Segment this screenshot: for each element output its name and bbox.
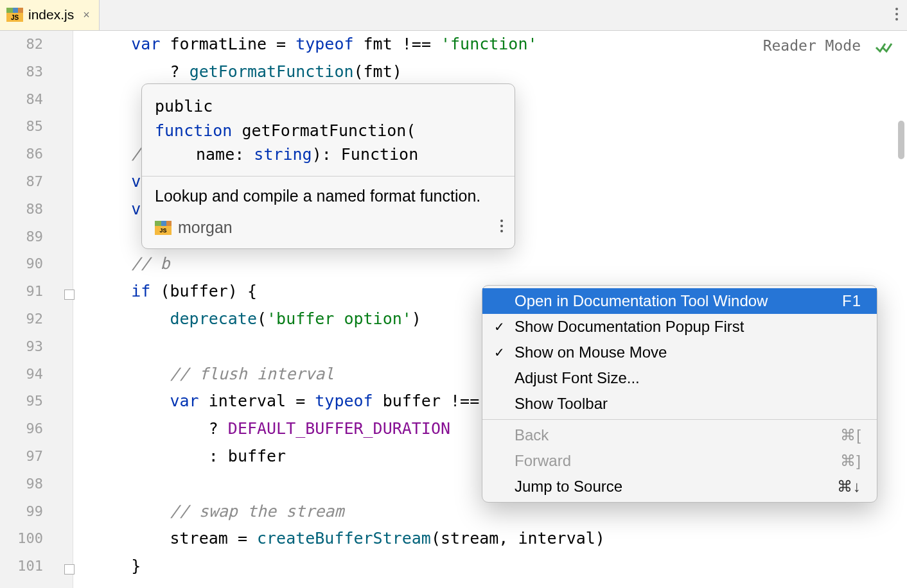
tab-filename: index.js bbox=[28, 7, 74, 22]
close-icon[interactable]: × bbox=[83, 8, 90, 22]
line-number: 98 bbox=[0, 471, 49, 498]
line-number: 96 bbox=[0, 415, 49, 443]
menu-item[interactable]: Adjust Font Size... bbox=[482, 365, 877, 391]
menu-item[interactable]: Jump to Source⌘↓ bbox=[482, 474, 877, 499]
line-number: 87 bbox=[0, 168, 49, 196]
line-number: 95 bbox=[0, 388, 49, 415]
tab-bar: JS index.js × bbox=[0, 0, 907, 31]
menu-item-label: Back bbox=[515, 426, 840, 444]
code-line[interactable]: var interval = typeof buffer !== 'nu bbox=[73, 388, 518, 415]
code-line[interactable]: } bbox=[73, 553, 141, 580]
js-file-icon: JS bbox=[155, 221, 172, 235]
checkmark-icon: ✓ bbox=[494, 319, 515, 334]
menu-item-label: Show Toolbar bbox=[515, 395, 861, 413]
menu-item-shortcut: F1 bbox=[842, 292, 861, 310]
doc-return-type: Function bbox=[341, 145, 418, 164]
code-line[interactable]: if (buffer) { bbox=[73, 278, 257, 306]
line-number: 99 bbox=[0, 498, 49, 526]
context-menu: Open in Documentation Tool WindowF1✓Show… bbox=[482, 285, 877, 503]
code-line[interactable]: ? getFormatFunction(fmt) bbox=[73, 58, 402, 86]
line-number: 82 bbox=[0, 31, 49, 58]
doc-description: Lookup and compile a named format functi… bbox=[142, 177, 515, 215]
code-line[interactable]: stream = createBufferStream(stream, inte… bbox=[73, 525, 605, 553]
menu-item-shortcut: ⌘↓ bbox=[837, 478, 861, 496]
line-number: 94 bbox=[0, 361, 49, 388]
line-number: 91 bbox=[0, 278, 49, 306]
checkmark-icon: ✓ bbox=[494, 345, 515, 360]
doc-signature: public function getFormatFunction( name:… bbox=[142, 84, 515, 176]
menu-item[interactable]: ✓Show on Mouse Move bbox=[482, 340, 877, 365]
line-number: 97 bbox=[0, 443, 49, 471]
menu-item-label: Jump to Source bbox=[515, 478, 837, 496]
menu-item-shortcut: ⌘] bbox=[840, 452, 861, 470]
line-number: 90 bbox=[0, 250, 49, 278]
scrollbar-thumb[interactable] bbox=[898, 121, 904, 159]
line-number: 85 bbox=[0, 113, 49, 141]
line-number: 101 bbox=[0, 553, 49, 580]
code-line[interactable]: ? DEFAULT_BUFFER_DURATION bbox=[73, 415, 450, 443]
menu-item-label: Show Documentation Popup First bbox=[515, 318, 861, 336]
doc-param-type: string bbox=[254, 145, 312, 164]
code-line[interactable]: : buffer bbox=[73, 443, 286, 471]
code-line[interactable]: // swap the stream bbox=[73, 498, 344, 526]
code-line[interactable]: // b bbox=[73, 250, 170, 278]
menu-item-label: Show on Mouse Move bbox=[515, 343, 861, 361]
code-line[interactable]: var formatLine = typeof fmt !== 'functio… bbox=[73, 31, 538, 58]
doc-source[interactable]: JS morgan bbox=[142, 214, 515, 248]
tab-indexjs[interactable]: JS index.js × bbox=[0, 0, 100, 30]
js-file-icon: JS bbox=[6, 8, 23, 22]
line-number: 86 bbox=[0, 141, 49, 168]
reader-mode-label[interactable]: Reader Mode bbox=[763, 37, 861, 54]
menu-item-shortcut: ⌘[ bbox=[840, 426, 861, 444]
menu-item: Back⌘[ bbox=[482, 422, 877, 448]
line-number: 88 bbox=[0, 196, 49, 223]
menu-item-label: Adjust Font Size... bbox=[515, 369, 861, 387]
more-icon[interactable] bbox=[895, 8, 898, 21]
doc-source-name: morgan bbox=[178, 218, 233, 237]
doc-param-name: name bbox=[196, 145, 234, 164]
line-number: 93 bbox=[0, 333, 49, 361]
more-icon[interactable] bbox=[500, 220, 503, 232]
doc-function-keyword: function bbox=[155, 121, 232, 140]
code-line[interactable]: // flush interval bbox=[73, 361, 334, 388]
line-number: 84 bbox=[0, 86, 49, 114]
menu-item-label: Forward bbox=[515, 452, 840, 470]
doc-function-name: getFormatFunction bbox=[242, 121, 406, 140]
line-number: 92 bbox=[0, 306, 49, 333]
line-number: 83 bbox=[0, 58, 49, 86]
line-number: 100 bbox=[0, 525, 49, 553]
menu-item: Forward⌘] bbox=[482, 448, 877, 474]
doc-visibility: public bbox=[155, 97, 213, 116]
menu-item-label: Open in Documentation Tool Window bbox=[515, 292, 842, 310]
code-line[interactable]: deprecate('buffer option') bbox=[73, 306, 421, 333]
menu-item[interactable]: ✓Show Documentation Popup First bbox=[482, 314, 877, 340]
documentation-popup: public function getFormatFunction( name:… bbox=[141, 83, 515, 249]
menu-item[interactable]: Show Toolbar bbox=[482, 391, 877, 417]
gutter: 8283848586878889909192939495969798991001… bbox=[0, 31, 73, 588]
menu-separator bbox=[482, 419, 877, 420]
line-number: 89 bbox=[0, 223, 49, 251]
menu-item[interactable]: Open in Documentation Tool WindowF1 bbox=[482, 288, 877, 314]
inspection-status-icon[interactable] bbox=[875, 40, 893, 59]
